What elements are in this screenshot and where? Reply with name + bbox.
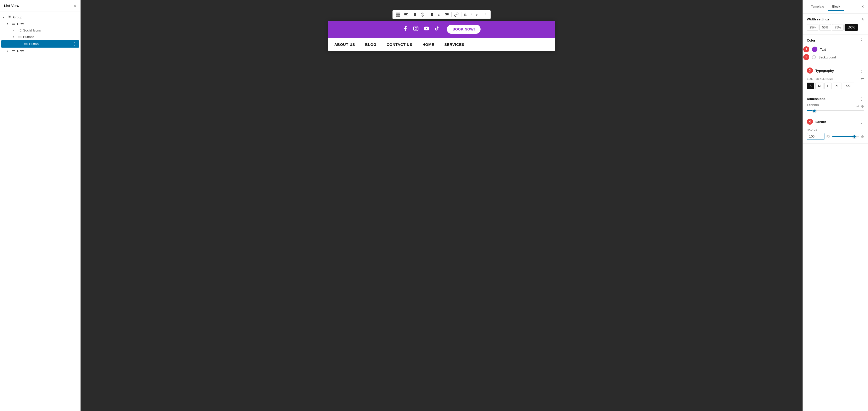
left-panel: List View × ▾ Group ▾ Row › Social Icons [0,0,81,411]
left-panel-header: List View × [0,0,80,12]
svg-rect-11 [398,15,400,17]
size-buttons: S M L XL XXL [807,83,864,89]
list-view-title: List View [4,4,19,8]
bold-button[interactable]: B [462,11,468,18]
align-right-button[interactable] [443,12,451,18]
background-radio [812,55,816,59]
row-icon [11,22,16,26]
text-color-swatch [812,47,817,52]
radius-unit-label: PX [827,135,830,138]
tree-item-row1[interactable]: ▾ Row [1,21,79,27]
size-l-button[interactable]: L [825,83,832,89]
text-color-label: Text [820,48,826,51]
tiktok-icon[interactable] [434,26,439,33]
border-header: 4 Border ⋮ [807,119,864,125]
color-text-option[interactable]: Text [812,47,826,52]
close-list-view-button[interactable]: × [73,3,76,8]
svg-rect-10 [396,15,398,17]
row2-label: Row [17,49,77,53]
overflow-button[interactable]: ⋮ [482,11,489,18]
close-right-panel-button[interactable]: × [861,4,864,9]
book-now-button[interactable]: BOOK NOW! [447,25,480,34]
width-25-button[interactable]: 25% [807,24,818,31]
nav-about-us[interactable]: ABOUT US [334,42,355,47]
facebook-icon[interactable] [403,26,408,33]
align-left-button[interactable] [428,11,435,18]
block-toolbar: ⠿ ⊕ B I ∨ ⋮ [393,10,491,19]
tree-item-row2[interactable]: › Row [1,48,79,54]
width-75-button[interactable]: 75% [832,24,844,31]
text-align-button[interactable] [402,11,410,18]
align-center-button[interactable]: ⊕ [436,11,442,18]
tab-block[interactable]: Block [828,2,844,11]
dimensions-header: Dimensions ⋮ [807,96,864,101]
dimensions-section: Dimensions ⋮ PADDING ⇌ ⊙ [803,93,868,115]
arrow-icon: ▾ [3,16,7,19]
tab-template[interactable]: Template [807,2,828,11]
padding-link-icon[interactable]: ⊙ [861,104,864,108]
typography-more-icon[interactable]: ⋮ [860,68,864,73]
drag-handle-button[interactable]: ⠿ [412,11,418,18]
padding-settings-icon[interactable]: ⇌ [857,104,860,108]
typography-header: 3 Typography ⋮ [807,67,864,74]
nav-home[interactable]: HOME [423,42,434,47]
tree-item-group[interactable]: ▾ Group [1,14,79,21]
color-more-icon[interactable]: ⋮ [860,38,864,42]
badge-1: 1 [803,46,809,52]
color-title: Color [807,38,815,42]
svg-rect-19 [445,13,448,13]
border-title: Border [815,120,826,124]
size-xl-button[interactable]: XL [833,83,842,89]
badge-4: 4 [807,119,813,125]
border-more-icon[interactable]: ⋮ [860,119,864,124]
youtube-icon[interactable] [424,26,429,33]
radius-input[interactable] [807,133,825,140]
width-50-button[interactable]: 50% [819,24,831,31]
tree-container: ▾ Group ▾ Row › Social Icons ▾ [0,12,80,56]
tabs-row: Template Block [807,2,844,11]
size-xxl-button[interactable]: XXL [843,83,854,89]
padding-slider-row [807,110,864,111]
svg-rect-5 [24,43,27,45]
toolbar-divider5 [481,12,481,17]
tree-item-button[interactable]: Button ⋮ [1,40,79,48]
main-canvas: ⠿ ⊕ B I ∨ ⋮ [81,0,803,411]
group-icon [7,16,12,19]
row1-label: Row [17,22,77,26]
color-background-option[interactable]: Background [812,55,836,59]
nav-contact-us[interactable]: CONTACT US [387,42,412,47]
radius-slider-track[interactable] [832,136,859,137]
svg-rect-8 [396,13,398,14]
typography-title: Typography [815,69,834,72]
right-panel-header: Template Block × [803,0,868,13]
radius-slider-thumb[interactable] [852,135,856,138]
width-settings-header: Width settings ∧ [807,17,864,21]
width-settings-title: Width settings [807,18,829,21]
size-s-button[interactable]: S [807,83,814,89]
dimensions-more-icon[interactable]: ⋮ [860,96,864,101]
radius-label: RADIUS [807,128,817,131]
button-more-icon[interactable]: ⋮ [71,41,77,46]
svg-rect-9 [398,13,400,14]
text-options-button[interactable]: ∨ [474,11,480,18]
row2-icon [11,49,16,53]
nav-services[interactable]: SERVICES [444,42,464,47]
width-settings-collapse-icon[interactable]: ∧ [862,17,864,21]
color-section: Color ⋮ 1 Text 2 Background [803,34,868,64]
tree-item-buttons[interactable]: ▾ Buttons [1,34,79,40]
up-down-button[interactable] [418,11,426,18]
nav-blog[interactable]: BLOG [365,42,376,47]
tree-item-social-icons[interactable]: › Social Icons [1,27,79,33]
italic-button[interactable]: I [469,11,473,18]
radius-link-icon[interactable]: ⊙ [861,135,864,139]
buttons-label: Buttons [23,35,77,39]
arrow-icon: › [7,50,11,52]
instagram-icon[interactable] [413,26,418,33]
toolbar-divider2 [427,12,427,17]
width-100-button[interactable]: 100% [845,24,858,31]
size-settings-icon[interactable]: ⇌ [861,77,864,81]
link-button[interactable] [453,11,460,18]
padding-slider-thumb[interactable] [813,109,816,113]
toggle-view-button[interactable] [394,11,402,18]
size-m-button[interactable]: M [815,83,824,89]
